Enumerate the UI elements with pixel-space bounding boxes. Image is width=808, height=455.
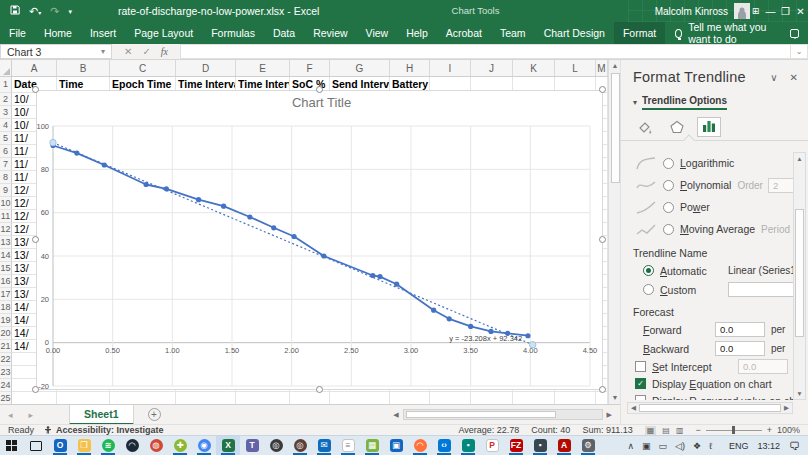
row-header-23[interactable]: 23 <box>0 366 12 379</box>
taskbar-app-chrome[interactable]: ◉ <box>192 436 216 455</box>
panel-close-icon[interactable]: ✕ <box>790 72 798 83</box>
panel-vertical-scrollbar[interactable]: ▲ ▼ <box>793 152 806 400</box>
taskbar-app-settings[interactable]: ⚙ <box>576 436 600 455</box>
chart-resize-handle[interactable] <box>316 86 323 93</box>
cell-E25[interactable] <box>236 392 290 404</box>
scroll-left-icon[interactable]: ◀ <box>389 411 402 419</box>
checkbox-2[interactable] <box>635 395 646 400</box>
taskbar-app-green-app[interactable]: ✚ <box>168 436 192 455</box>
clock[interactable]: 13:12 <box>757 441 780 451</box>
tell-me-box[interactable]: Tell me what you want to do <box>665 22 790 44</box>
cell-K25[interactable] <box>513 392 555 404</box>
cell-F25[interactable] <box>290 392 330 404</box>
sheet-nav-left-icon[interactable]: ◂ <box>0 410 21 420</box>
panel-collapse-icon[interactable]: ∨ <box>770 72 777 83</box>
column-header-l[interactable]: L <box>555 60 596 76</box>
user-area[interactable]: Malcolm Kinross <box>655 0 750 22</box>
intercept-input[interactable]: 0.0 <box>738 359 788 374</box>
checkbox-1[interactable]: ✓ <box>635 378 646 389</box>
chart-resize-handle[interactable] <box>32 236 39 243</box>
taskbar-app-dark-app-1[interactable]: ◎ <box>264 436 288 455</box>
ribbon-tab-page-layout[interactable]: Page Layout <box>125 22 202 44</box>
formula-input[interactable] <box>180 44 790 59</box>
page-break-view-icon[interactable]: ▥ <box>676 426 684 435</box>
ribbon-tab-team[interactable]: Team <box>491 22 535 44</box>
ribbon-display-options-button[interactable]: ⊞ <box>748 0 763 22</box>
taskbar-app-red-app[interactable]: ◍ <box>144 436 168 455</box>
effects-tab-icon[interactable] <box>665 117 689 137</box>
zoom-slider-thumb[interactable] <box>732 426 735 434</box>
tray-icon-4[interactable]: ❖ <box>693 441 701 451</box>
taskbar-app-notepad[interactable]: ≡ <box>336 436 360 455</box>
panel-hscroll-thumb[interactable] <box>639 404 781 412</box>
cell-L25[interactable] <box>555 392 596 404</box>
ribbon-tab-view[interactable]: View <box>357 22 398 44</box>
column-header-i[interactable]: I <box>430 60 471 76</box>
vertical-scrollbar[interactable]: ▲ ▼ <box>608 60 620 404</box>
restore-button[interactable]: ❐ <box>778 0 793 22</box>
fill-line-tab-icon[interactable] <box>633 117 657 137</box>
row-header-20[interactable]: 20 <box>0 327 12 340</box>
row-header-18[interactable]: 18 <box>0 301 12 314</box>
cell-C25[interactable] <box>110 392 176 404</box>
row-header-4[interactable]: 4 <box>0 119 12 132</box>
scroll-right-icon[interactable]: ▶ <box>603 411 616 419</box>
cell-A25[interactable] <box>12 392 57 404</box>
accessibility-status[interactable]: Accessibility: Investigate <box>44 425 164 435</box>
cell-H25[interactable] <box>390 392 430 404</box>
row-header-24[interactable]: 24 <box>0 379 12 392</box>
panel-scroll-left-icon[interactable]: ◀ <box>628 404 639 412</box>
tray-icon-0[interactable]: ∧ <box>627 441 634 451</box>
row-header-2[interactable]: 2 <box>0 93 12 106</box>
name-box[interactable]: Chart 3 ▾ <box>0 44 112 59</box>
row-header-10[interactable]: 10 <box>0 197 12 210</box>
taskbar-app-acrobat[interactable]: A <box>552 436 576 455</box>
tray-icon-3[interactable]: ◁) <box>675 441 685 451</box>
trendline-options-section[interactable]: Trendline Options <box>642 95 727 110</box>
chart-resize-handle[interactable] <box>599 386 606 393</box>
ribbon-tab-home[interactable]: Home <box>35 22 81 44</box>
taskbar-app-mail[interactable]: ✉ <box>312 436 336 455</box>
taskbar-app-vscode[interactable]: ‹› <box>432 436 456 455</box>
radio-moving-average[interactable] <box>663 224 674 235</box>
ribbon-tab-file[interactable]: File <box>0 22 35 44</box>
minimize-button[interactable]: — <box>763 0 778 22</box>
ribbon-tab-acrobat[interactable]: Acrobat <box>437 22 491 44</box>
new-sheet-button[interactable]: + <box>148 408 161 421</box>
ribbon-tab-formulas[interactable]: Formulas <box>202 22 264 44</box>
row-header-9[interactable]: 9 <box>0 184 12 197</box>
extra-spinner[interactable]: 2 <box>768 178 794 193</box>
normal-view-icon[interactable]: ▦ <box>645 426 657 435</box>
cell-G25[interactable] <box>330 392 390 404</box>
chart-resize-handle[interactable] <box>599 86 606 93</box>
notification-center-icon[interactable]: 🗨︎ <box>789 440 800 452</box>
trendline-options-tab-icon[interactable] <box>697 117 721 137</box>
status-average[interactable]: Average: 22.78 <box>458 425 519 435</box>
page-layout-view-icon[interactable]: ▤ <box>662 426 670 435</box>
radio-logarithmic[interactable] <box>663 158 674 169</box>
ribbon-tab-insert[interactable]: Insert <box>81 22 125 44</box>
column-header-c[interactable]: C <box>110 60 176 76</box>
vertical-scroll-thumb[interactable] <box>611 73 620 183</box>
row-header-8[interactable]: 8 <box>0 171 12 184</box>
name-box-dropdown-icon[interactable]: ▾ <box>101 47 105 56</box>
taskbar-app-spotify[interactable]: ≋ <box>96 436 120 455</box>
task-view-button[interactable] <box>24 436 48 455</box>
row-header-22[interactable]: 22 <box>0 353 12 366</box>
taskbar-app-red-p-app[interactable]: P <box>480 436 504 455</box>
taskbar-app-teams[interactable]: T <box>240 436 264 455</box>
row-header-16[interactable]: 16 <box>0 275 12 288</box>
column-header-a[interactable]: A <box>12 60 57 76</box>
customize-qat-icon[interactable]: ▾ <box>68 8 72 15</box>
enter-formula-icon[interactable]: ✓ <box>142 46 150 57</box>
redo-icon[interactable]: ↷ <box>50 6 59 17</box>
cell-I25[interactable] <box>430 392 471 404</box>
row-header-5[interactable]: 5 <box>0 132 12 145</box>
column-header-k[interactable]: K <box>513 60 555 76</box>
row-header-7[interactable]: 7 <box>0 158 12 171</box>
cancel-formula-icon[interactable]: ✕ <box>124 46 132 57</box>
taskbar-app-photos[interactable]: ▣ <box>384 436 408 455</box>
zoom-in-icon[interactable]: + <box>767 425 772 435</box>
zoom-out-icon[interactable]: − <box>695 425 700 435</box>
chart-resize-handle[interactable] <box>32 386 39 393</box>
